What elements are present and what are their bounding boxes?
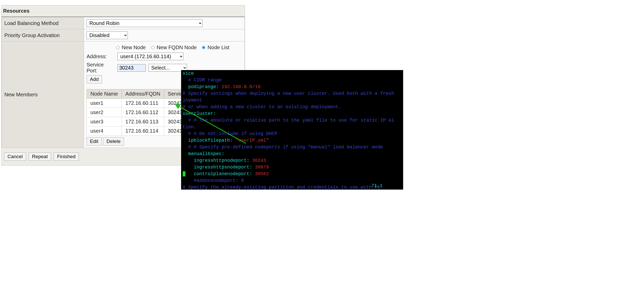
radio-node-list-text: Node List bbox=[208, 45, 230, 50]
radio-node-list-input[interactable] bbox=[202, 46, 205, 49]
radio-new-fqdn-input[interactable] bbox=[151, 46, 155, 49]
new-members-label: New Members bbox=[2, 41, 84, 148]
radio-new-node-text: New Node bbox=[122, 45, 146, 50]
address-select[interactable]: user4 (172.16.60.114) bbox=[117, 53, 183, 60]
lb-method-select[interactable]: Round Robin bbox=[87, 19, 202, 27]
pg-activation-label: Priority Group Activation bbox=[2, 29, 84, 41]
members-col-node: Node Name bbox=[87, 89, 122, 99]
radio-new-fqdn-text: New FQDN Node bbox=[157, 45, 197, 50]
panel-title: Resources bbox=[2, 5, 245, 17]
lb-method-label: Load Balancing Method bbox=[2, 17, 84, 29]
terminal-status: 71,1 bbox=[371, 182, 383, 189]
cancel-button[interactable]: Cancel bbox=[4, 152, 26, 161]
edit-member-button[interactable]: Edit bbox=[87, 137, 102, 146]
radio-new-fqdn[interactable]: New FQDN Node bbox=[150, 45, 198, 50]
delete-member-button[interactable]: Delete bbox=[103, 137, 124, 146]
pg-activation-select[interactable]: Disabled bbox=[87, 31, 128, 39]
address-field-label: Address: bbox=[87, 54, 115, 60]
radio-new-node-input[interactable] bbox=[116, 46, 120, 49]
radio-node-list[interactable]: Node List bbox=[201, 45, 229, 50]
members-col-addr: Address/FQDN bbox=[122, 89, 164, 99]
repeat-button[interactable]: Repeat bbox=[29, 152, 51, 161]
node-mode-radios: New Node New FQDN Node Node List bbox=[87, 44, 242, 53]
add-member-button[interactable]: Add bbox=[87, 75, 102, 83]
radio-new-node[interactable]: New Node bbox=[115, 45, 147, 50]
terminal-cursor bbox=[183, 171, 185, 176]
terminal[interactable]: vice # CIDR range podiprange: 192.168.0.… bbox=[181, 70, 403, 190]
service-port-input[interactable] bbox=[117, 64, 146, 72]
finished-button[interactable]: Finished bbox=[54, 152, 79, 161]
service-port-field-label: Service Port: bbox=[87, 62, 115, 74]
